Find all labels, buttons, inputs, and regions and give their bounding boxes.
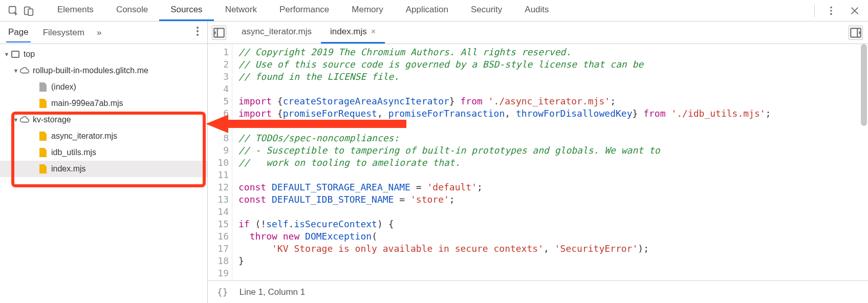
tree-item-label: main-999ea7ab.mjs bbox=[51, 99, 123, 108]
toggle-debugger-icon[interactable] bbox=[849, 26, 863, 40]
devtools-panel-tabs: ElementsConsoleSourcesNetworkPerformance… bbox=[46, 0, 560, 21]
svg-rect-10 bbox=[214, 28, 224, 37]
code-line[interactable]: import {promiseForRequest, promiseForTra… bbox=[238, 107, 862, 120]
panel-tab-performance[interactable]: Performance bbox=[268, 0, 340, 21]
navigator-kebab-icon[interactable] bbox=[194, 26, 201, 39]
devtools-toolbar: ElementsConsoleSourcesNetworkPerformance… bbox=[0, 0, 868, 21]
cloud-icon bbox=[19, 116, 30, 123]
editor-tab[interactable]: async_iterator.mjs bbox=[232, 21, 321, 44]
code-line[interactable]: const DEFAULT_STORAGE_AREA_NAME = 'defau… bbox=[238, 181, 862, 193]
main-area: Page Filesystem » ▼top▼rollup-built-in-m… bbox=[0, 21, 868, 303]
script-file-icon bbox=[38, 99, 48, 108]
script-file-icon bbox=[38, 148, 48, 157]
panel-tab-sources[interactable]: Sources bbox=[159, 0, 213, 21]
tree-item[interactable]: ▼top bbox=[0, 46, 207, 62]
code-line[interactable]: // - Susceptible to tampering of built-i… bbox=[238, 144, 862, 157]
tree-item-label: top bbox=[24, 50, 35, 59]
tree-item[interactable]: (index) bbox=[0, 79, 207, 95]
panel-tab-audits[interactable]: Audits bbox=[513, 0, 560, 21]
panel-tab-application[interactable]: Application bbox=[395, 0, 460, 21]
svg-point-6 bbox=[197, 27, 199, 29]
script-file-icon bbox=[38, 164, 48, 174]
line-gutter: 12345678910111213141516171819 bbox=[208, 44, 232, 280]
tree-arrow-icon[interactable]: ▼ bbox=[12, 68, 19, 74]
svg-point-7 bbox=[197, 30, 199, 32]
code-line[interactable]: if (!self.isSecureContext) { bbox=[238, 218, 862, 230]
tree-item[interactable]: async_iterator.mjs bbox=[0, 128, 207, 144]
svg-point-4 bbox=[830, 10, 832, 12]
editor-status-bar: {} Line 1, Column 1 bbox=[208, 280, 868, 303]
panel-tab-security[interactable]: Security bbox=[460, 0, 513, 21]
pretty-print-icon[interactable]: {} bbox=[217, 287, 228, 297]
code-line[interactable]: const DEFAULT_IDB_STORE_NAME = 'store'; bbox=[238, 193, 862, 206]
tree-arrow-icon[interactable]: ▼ bbox=[3, 51, 10, 57]
code-line[interactable]: import {createStorageAreaAsyncIterator} … bbox=[238, 95, 862, 107]
svg-rect-11 bbox=[851, 28, 861, 37]
file-tree[interactable]: ▼top▼rollup-built-in-modules.glitch.me(i… bbox=[0, 44, 207, 303]
navigator-tab-page[interactable]: Page bbox=[6, 23, 31, 42]
tree-item-label: rollup-built-in-modules.glitch.me bbox=[33, 66, 148, 75]
tree-item-label: (index) bbox=[51, 82, 76, 92]
svg-point-5 bbox=[830, 13, 832, 15]
code-line[interactable]: // Copyright 2019 The Chromium Authors. … bbox=[238, 46, 862, 58]
panel-tab-console[interactable]: Console bbox=[105, 0, 159, 21]
scrollbar-thumb[interactable] bbox=[861, 44, 867, 126]
code-line[interactable] bbox=[238, 267, 862, 279]
file-icon bbox=[38, 82, 48, 92]
code-line[interactable]: // found in the LICENSE file. bbox=[238, 71, 862, 83]
code-line[interactable]: throw new DOMException( bbox=[238, 230, 862, 243]
code-line[interactable] bbox=[238, 206, 862, 218]
svg-point-8 bbox=[197, 34, 199, 36]
inspect-icon[interactable] bbox=[6, 4, 20, 18]
svg-point-3 bbox=[830, 6, 832, 8]
cloud-icon bbox=[19, 67, 30, 74]
editor-tabs: async_iterator.mjsindex.mjs× bbox=[208, 21, 868, 44]
code-line[interactable]: } bbox=[238, 255, 862, 267]
navigator-tab-filesystem[interactable]: Filesystem bbox=[41, 24, 86, 42]
code-line[interactable]: 'KV Storage is only available in secure … bbox=[238, 243, 862, 255]
code-line[interactable] bbox=[238, 83, 862, 95]
toolbar-divider bbox=[814, 5, 815, 17]
navigator-overflow-icon[interactable]: » bbox=[97, 28, 101, 38]
panel-tab-network[interactable]: Network bbox=[214, 0, 268, 21]
code-editor[interactable]: 12345678910111213141516171819 // Copyrig… bbox=[208, 44, 868, 280]
navigator-panel: Page Filesystem » ▼top▼rollup-built-in-m… bbox=[0, 21, 208, 303]
navigator-tabs: Page Filesystem » bbox=[0, 21, 207, 44]
close-icon[interactable] bbox=[848, 4, 862, 18]
tree-item[interactable]: ▼rollup-built-in-modules.glitch.me bbox=[0, 62, 207, 79]
tree-item[interactable]: idb_utils.mjs bbox=[0, 144, 207, 161]
code-line[interactable]: // work on tooling to ameliorate that. bbox=[238, 157, 862, 169]
code-line[interactable] bbox=[238, 169, 862, 181]
panel-tab-memory[interactable]: Memory bbox=[340, 0, 394, 21]
cursor-position: Line 1, Column 1 bbox=[240, 287, 306, 297]
svg-rect-2 bbox=[28, 9, 33, 15]
tree-arrow-icon[interactable]: ▼ bbox=[12, 117, 19, 123]
editor-tab[interactable]: index.mjs× bbox=[321, 21, 385, 44]
tree-item-label: kv-storage bbox=[33, 115, 71, 124]
code-line[interactable] bbox=[238, 120, 862, 132]
device-toggle-icon[interactable] bbox=[21, 4, 36, 18]
frame-icon bbox=[10, 51, 20, 58]
script-file-icon bbox=[38, 132, 48, 141]
tree-item-label: async_iterator.mjs bbox=[51, 132, 117, 141]
code-line[interactable]: // TODOs/spec-noncompliances: bbox=[238, 132, 862, 144]
toggle-navigator-icon[interactable] bbox=[212, 26, 226, 40]
editor-tab-label: async_iterator.mjs bbox=[242, 27, 312, 37]
code-content[interactable]: // Copyright 2019 The Chromium Authors. … bbox=[232, 44, 868, 280]
sources-panel: async_iterator.mjsindex.mjs× 12345678910… bbox=[208, 21, 868, 303]
panel-tab-elements[interactable]: Elements bbox=[46, 0, 105, 21]
tree-item-label: index.mjs bbox=[51, 164, 86, 174]
kebab-menu-icon[interactable] bbox=[824, 4, 838, 18]
tree-item[interactable]: main-999ea7ab.mjs bbox=[0, 95, 207, 112]
code-line[interactable]: // Use of this source code is governed b… bbox=[238, 58, 862, 71]
tree-item[interactable]: index.mjs bbox=[0, 161, 207, 177]
editor-tab-label: index.mjs bbox=[330, 27, 367, 37]
tree-item-label: idb_utils.mjs bbox=[51, 148, 96, 157]
close-tab-icon[interactable]: × bbox=[371, 27, 376, 36]
tree-item[interactable]: ▼kv-storage bbox=[0, 112, 207, 128]
